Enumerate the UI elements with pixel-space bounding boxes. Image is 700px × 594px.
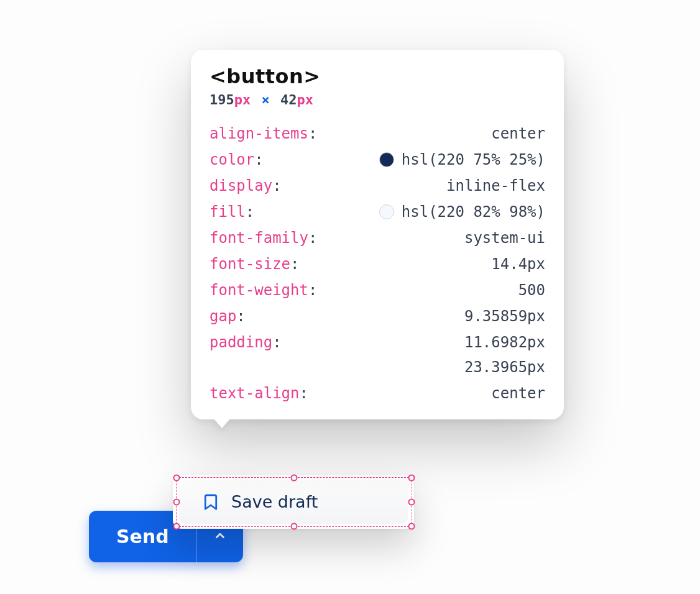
css-property-name: font-size: — [210, 255, 300, 273]
bookmark-icon — [201, 493, 220, 511]
css-property-value: center — [491, 125, 545, 142]
css-property-value: system-ui — [464, 229, 545, 247]
inspected-element-tag: <button> — [210, 65, 545, 88]
css-property-name: font-weight: — [210, 281, 317, 299]
css-property-value: 14.4px — [491, 255, 545, 273]
send-label: Send — [116, 526, 169, 547]
css-property-row: font-family:system-ui — [210, 229, 545, 247]
css-property-row: padding:11.6982px23.3965px — [210, 334, 545, 376]
chevron-up-icon — [213, 529, 227, 544]
css-property-name: display: — [210, 177, 282, 194]
dropdown-menu: Save draft — [173, 475, 414, 529]
css-property-name: font-family: — [210, 229, 317, 247]
css-property-name: padding: — [210, 334, 282, 351]
css-property-row: fill:hsl(220 82% 98%) — [210, 203, 545, 221]
css-inspector-tooltip: <button> 195px × 42px align-items:center… — [191, 50, 564, 419]
css-property-row: gap:9.35859px — [210, 308, 545, 325]
css-property-name: align-items: — [210, 125, 317, 142]
css-property-row: display:inline-flex — [210, 177, 545, 194]
color-swatch — [379, 204, 394, 219]
css-property-value: hsl(220 75% 25%) — [379, 151, 545, 168]
css-property-value: 9.35859px — [464, 308, 545, 325]
css-property-value: center — [491, 385, 545, 402]
css-property-value: inline-flex — [446, 177, 545, 194]
css-property-name: text-align: — [210, 385, 308, 402]
css-property-row: text-align:center — [210, 385, 545, 402]
css-property-name: gap: — [210, 308, 246, 325]
css-property-row: align-items:center — [210, 125, 545, 142]
css-property-value: 500 — [518, 281, 545, 299]
css-property-value: 11.6982px23.3965px — [376, 334, 545, 376]
css-property-name: color: — [210, 151, 264, 168]
color-swatch — [379, 152, 394, 167]
css-property-row: font-weight:500 — [210, 281, 545, 299]
css-property-row: color:hsl(220 75% 25%) — [210, 151, 545, 168]
css-property-value: hsl(220 82% 98%) — [379, 203, 545, 221]
css-property-row: font-size:14.4px — [210, 255, 545, 273]
css-property-name: fill: — [210, 203, 254, 221]
inspected-element-dimensions: 195px × 42px — [210, 92, 545, 107]
save-draft-button[interactable]: Save draft — [179, 480, 408, 524]
save-draft-label: Save draft — [231, 492, 318, 511]
css-property-list: align-items:centercolor:hsl(220 75% 25%)… — [210, 125, 545, 402]
